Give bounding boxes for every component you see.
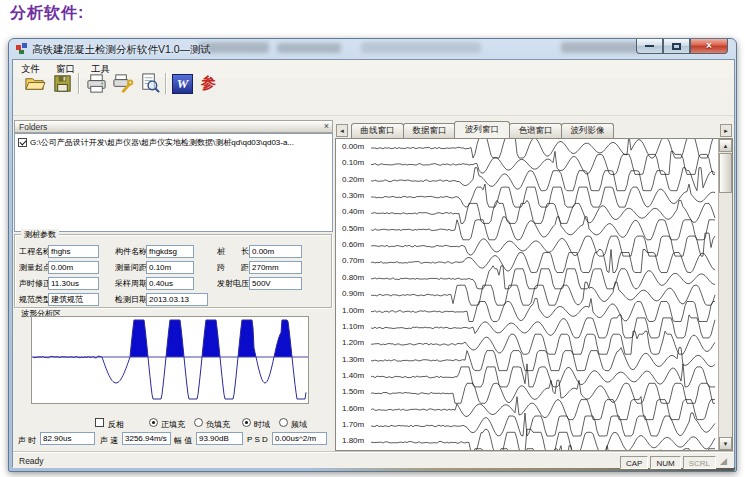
status-text: Ready: [19, 456, 618, 466]
sampling-period-field[interactable]: [146, 277, 194, 290]
folder-tree-item[interactable]: G:\公司产品设计开发\超声仪器\超声仪实地检测数据\测桩qd\qd03\qd0…: [18, 137, 294, 148]
app-icon: [16, 43, 28, 55]
scroll-left-icon: ◄: [339, 128, 345, 134]
indicator-num: NUM: [650, 456, 680, 469]
spec-type-field[interactable]: [48, 293, 99, 306]
sound-speed-field[interactable]: [122, 432, 171, 445]
fill-positive-radio[interactable]: [149, 418, 158, 427]
span-distance-field[interactable]: [249, 261, 302, 274]
minimize-icon: [645, 45, 654, 47]
wavetrain-list[interactable]: 0.00m0.10m0.20m0.30m0.40m0.50m0.60m0.70m…: [335, 138, 733, 451]
depth-label: 0.10m: [342, 158, 364, 167]
depth-label: 0.60m: [342, 240, 364, 249]
sound-time-field[interactable]: [40, 432, 95, 445]
field-label: 桩 长: [217, 247, 249, 257]
right-panel: ◄ 曲线窗口 数据窗口 波列窗口 色谱窗口 波列影像 ► 0.00m0.10m0…: [335, 121, 733, 451]
scroll-down-button[interactable]: ▼: [719, 437, 732, 450]
maximize-button[interactable]: [663, 39, 690, 54]
toolbar-separator: [78, 73, 79, 94]
print-setup-icon: [111, 72, 134, 95]
field-label: 测量间距: [115, 263, 147, 273]
status-bar: Ready CAPNUMSCRL ◢: [13, 452, 734, 468]
analysis-waveform: [32, 317, 308, 403]
folder-checkbox[interactable]: [18, 138, 27, 147]
maximize-icon: [672, 43, 681, 50]
close-button[interactable]: ×: [690, 39, 728, 54]
tab-wavetrain-window[interactable]: 波列窗口: [454, 121, 510, 138]
freq-domain-radio[interactable]: [279, 418, 288, 427]
resize-grip[interactable]: ◢: [720, 455, 732, 467]
word-export-button[interactable]: W: [170, 71, 195, 96]
tab-scroll-left-button[interactable]: ◄: [336, 124, 348, 137]
tab-data-window[interactable]: 数据窗口: [403, 123, 456, 138]
print-button[interactable]: [84, 71, 109, 96]
arrow-down-icon: ▼: [723, 441, 729, 447]
depth-label: 1.50m: [342, 387, 364, 396]
depth-label: 1.80m: [342, 436, 364, 445]
folder-path: G:\公司产品设计开发\超声仪器\超声仪实地检测数据\测桩qd\qd03\qd0…: [30, 137, 294, 148]
wave-analysis-box: [31, 316, 309, 404]
app-window: 高铁建混凝土检测分析软件V1.0—测试 × 文件 窗口 工具: [8, 38, 737, 472]
status-indicators: CAPNUMSCRL: [618, 452, 716, 470]
depth-label: 0.70m: [342, 256, 364, 265]
depth-label: 0.90m: [342, 289, 364, 298]
print-setup-button[interactable]: [110, 71, 135, 96]
amplitude-label: 幅 值: [174, 435, 192, 446]
depth-label: 1.00m: [342, 306, 364, 315]
folders-panel-header[interactable]: Folders ×: [14, 120, 333, 133]
sound-time-correction-field[interactable]: [48, 277, 99, 290]
print-preview-icon: [138, 72, 161, 95]
project-name-field[interactable]: [48, 245, 99, 258]
window-controls: ×: [636, 39, 728, 54]
field-label: 检测日期: [115, 295, 147, 305]
field-label: 声时修正: [19, 279, 51, 289]
measure-start-field[interactable]: [48, 261, 99, 274]
scroll-up-button[interactable]: ▲: [719, 139, 732, 152]
amplitude-field[interactable]: [196, 432, 243, 445]
reference-button[interactable]: 参: [196, 71, 221, 96]
page-heading: 分析软件:: [10, 3, 84, 24]
depth-label: 0.80m: [342, 273, 364, 282]
indicator-cap: CAP: [620, 456, 648, 469]
pile-length-field[interactable]: [249, 245, 302, 258]
test-date-field[interactable]: [146, 293, 208, 306]
sound-speed-label: 声 速: [100, 435, 118, 446]
depth-label: 0.20m: [342, 175, 364, 184]
depth-label: 1.20m: [342, 338, 364, 347]
time-domain-radio[interactable]: [242, 418, 251, 427]
field-label: 工程名称: [19, 247, 51, 257]
depth-label: 0.30m: [342, 191, 364, 200]
vertical-scrollbar[interactable]: ▲ ▼: [718, 139, 732, 450]
tab-curve-window[interactable]: 曲线窗口: [351, 123, 404, 138]
tab-scroll-right-button[interactable]: ►: [720, 124, 732, 137]
psd-field[interactable]: [272, 432, 327, 445]
indicator-scrl: SCRL: [683, 456, 716, 469]
depth-label: 1.70m: [342, 420, 364, 429]
printer-icon: [85, 72, 108, 95]
print-preview-button[interactable]: [137, 71, 162, 96]
depth-label: 1.40m: [342, 371, 364, 380]
depth-label: 0.00m: [342, 142, 364, 151]
measure-interval-field[interactable]: [146, 261, 194, 274]
titlebar[interactable]: 高铁建混凝土检测分析软件V1.0—测试 ×: [9, 39, 736, 59]
emit-voltage-field[interactable]: [249, 277, 302, 290]
field-label: 测量起点: [19, 263, 51, 273]
invert-checkbox[interactable]: [95, 418, 104, 427]
component-name-field[interactable]: [146, 245, 194, 258]
minimize-button[interactable]: [636, 39, 663, 54]
folders-close-icon[interactable]: ×: [324, 121, 329, 131]
freq-domain-label: 频域: [291, 419, 307, 430]
toolbar-separator: [165, 73, 166, 94]
open-button[interactable]: [22, 71, 47, 96]
glass-reflection: [277, 43, 341, 53]
scrollbar-thumb[interactable]: [719, 153, 732, 193]
depth-label: 0.50m: [342, 224, 364, 233]
folders-list: G:\公司产品设计开发\超声仪器\超声仪实地检测数据\测桩qd\qd03\qd0…: [14, 133, 333, 232]
field-label: 跨 距: [217, 263, 249, 273]
fill-negative-radio[interactable]: [194, 418, 203, 427]
save-button[interactable]: [50, 71, 75, 96]
client-area: 文件 窗口 工具: [12, 59, 735, 467]
tab-spectrum-window[interactable]: 色谱窗口: [509, 123, 562, 138]
tab-wavetrain-image[interactable]: 波列影像: [561, 123, 614, 138]
save-floppy-icon: [51, 72, 74, 95]
